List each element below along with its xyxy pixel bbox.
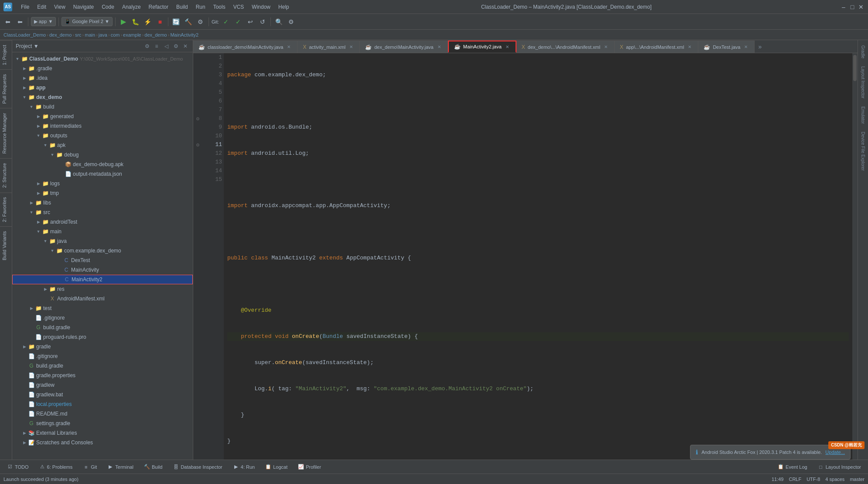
tree-item-debug[interactable]: ▼ 📁 debug (12, 150, 193, 160)
filter-icon[interactable]: ≡ (153, 42, 161, 50)
cog-icon[interactable]: ⚙ (143, 42, 151, 50)
layout-inspector-button[interactable]: □ Layout Inspector (814, 463, 865, 471)
tree-item-build-dex[interactable]: ▼ 📁 build (12, 102, 193, 112)
left-tab-project[interactable]: 1: Project (0, 40, 12, 69)
settings-button[interactable]: ⚙ (286, 17, 296, 27)
tree-item-main[interactable]: ▼ 📁 main (12, 227, 193, 236)
tree-item-mainactivity2[interactable]: ▶ C MainActivity2 (12, 275, 193, 284)
app-selector[interactable]: ▶ app ▼ (31, 17, 56, 26)
menu-view[interactable]: View (51, 2, 69, 12)
code-content[interactable]: package com.example.dex_demo; import and… (224, 53, 852, 460)
problems-button[interactable]: ⚠ 6: Problems (36, 463, 76, 471)
minimize-button[interactable]: – (840, 3, 847, 10)
tree-item-proguard[interactable]: ▶ 📄 proguard-rules.pro (12, 332, 193, 342)
tab-app-manifest[interactable]: X app\...\AndroidManifest.xml ✕ (615, 41, 698, 53)
tree-item-apk[interactable]: ▼ 📁 apk (12, 140, 193, 150)
tree-item-app[interactable]: ▶ 📁 app (12, 83, 193, 92)
tree-item-readme[interactable]: ▶ 📄 README.md (12, 409, 193, 419)
menu-edit[interactable]: Edit (34, 2, 50, 12)
left-tab-favorites[interactable]: 2: Favorites (0, 192, 12, 226)
tree-item-gradle-dir[interactable]: ▶ 📁 gradle (12, 342, 193, 351)
menu-file[interactable]: File (17, 2, 33, 12)
tab-activity-main-xml[interactable]: X activity_main.xml ✕ (297, 41, 360, 53)
tree-item-idea[interactable]: ▶ 📁 .idea (12, 73, 193, 83)
status-encoding[interactable]: UTF-8 (806, 477, 820, 482)
tree-item-scratches[interactable]: ▶ 📝 Scratches and Consoles (12, 438, 193, 447)
tree-item-test[interactable]: ▶ 📁 test (12, 303, 193, 313)
tree-item-tmp[interactable]: ▶ 📁 tmp (12, 188, 193, 198)
build-button[interactable]: 🔨 Build (140, 463, 166, 471)
event-log-button[interactable]: 📋 Event Log (774, 463, 811, 471)
tab-close-4[interactable]: ✕ (504, 44, 510, 50)
tree-item-build-gradle-app[interactable]: ▶ G build.gradle (12, 323, 193, 332)
run-button[interactable]: ▶ (118, 17, 129, 27)
menu-help[interactable]: Help (275, 2, 293, 12)
tree-item-res[interactable]: ▶ 📁 res (12, 284, 193, 294)
menu-analyze[interactable]: Analyze (119, 2, 144, 12)
right-tab-gradle[interactable]: Gradle (860, 42, 866, 62)
breadcrumb-java[interactable]: java (99, 32, 107, 37)
menu-refactor[interactable]: Refactor (145, 2, 172, 12)
breadcrumb-com[interactable]: com (111, 32, 120, 37)
close-button[interactable]: ✕ (858, 3, 865, 10)
git-button[interactable]: ≡ Git (79, 463, 100, 471)
profiler-button[interactable]: 📈 Profiler (294, 463, 325, 471)
menu-build[interactable]: Build (173, 2, 191, 12)
menu-vcs[interactable]: VCS (230, 2, 248, 12)
tree-item-external-libraries[interactable]: ▶ 📚 External Libraries (12, 428, 193, 438)
tree-item-classloader-demo[interactable]: ▼ 📁 ClassLoader_Demo Y:\002_WorkSpace\00… (12, 54, 193, 64)
breadcrumb-mainactivity2[interactable]: MainActivity2 (170, 32, 198, 37)
menu-tools[interactable]: Tools (210, 2, 229, 12)
git-rollback-button[interactable]: ↺ (257, 17, 268, 27)
logcat-button[interactable]: 📋 Logcat (262, 463, 291, 471)
run-tool-button[interactable]: ▶ 4: Run (229, 463, 258, 471)
tree-item-androidtest[interactable]: ▶ 📁 androidTest (12, 217, 193, 227)
breadcrumb-main[interactable]: main (85, 32, 95, 37)
database-inspector-button[interactable]: 🗄 Database Inspector (169, 463, 226, 471)
sync-button[interactable]: 🔄 (171, 17, 181, 27)
tree-item-mainactivity[interactable]: ▶ C MainActivity (12, 265, 193, 275)
tab-mainactivity2[interactable]: ☕ MainActivity2.java ✕ (448, 41, 516, 53)
debug-button[interactable]: 🐛 (130, 17, 141, 27)
back-icon[interactable]: ⬅ (3, 17, 13, 27)
breadcrumb-dex-demo2[interactable]: dex_demo (144, 32, 167, 37)
tab-classloader-main[interactable]: ☕ classloader_demo\MainActivity.java ✕ (193, 41, 297, 53)
tree-item-gitignore-app[interactable]: ▶ 📄 .gitignore (12, 313, 193, 323)
tree-item-java[interactable]: ▼ 📁 java (12, 236, 193, 246)
tree-item-libs[interactable]: ▶ 📁 libs (12, 198, 193, 208)
status-line-ending[interactable]: CRLF (789, 477, 801, 482)
tree-item-outputs[interactable]: ▼ 📁 outputs (12, 131, 193, 140)
stop-button[interactable]: ■ (155, 17, 165, 27)
git-push-button[interactable]: ✓ (233, 17, 243, 27)
tree-item-metadata[interactable]: ▶ 📄 output-metadata.json (12, 169, 193, 179)
editor-scrollbar[interactable] (852, 53, 858, 460)
breadcrumb-src[interactable]: src (75, 32, 82, 37)
tree-item-dextest[interactable]: ▶ C DexTest (12, 256, 193, 265)
tab-dextest[interactable]: ☕ DexTest.java ✕ (698, 41, 755, 53)
menu-window[interactable]: Window (248, 2, 274, 12)
tab-close-2[interactable]: ✕ (348, 44, 354, 50)
device-selector[interactable]: 📱 Google Pixel 2 ▼ (62, 17, 113, 26)
git-history-button[interactable]: ↩ (245, 17, 256, 27)
tree-item-com-example[interactable]: ▼ 📁 com.example.dex_demo (12, 246, 193, 256)
status-branch[interactable]: master (850, 477, 865, 482)
menu-navigate[interactable]: Navigate (70, 2, 97, 12)
tab-close-7[interactable]: ✕ (743, 44, 749, 50)
tree-item-androidmanifest-dex[interactable]: ▶ X AndroidManifest.xml (12, 294, 193, 303)
tab-dex-main[interactable]: ☕ dex_demo\MainActivity.java ✕ (360, 41, 448, 53)
rebuild-button[interactable]: ⚙ (195, 17, 206, 27)
todo-button[interactable]: ☑ TODO (3, 463, 32, 471)
tree-item-apk-file[interactable]: ▶ 📦 dex_demo-debug.apk (12, 160, 193, 169)
tree-item-local-properties[interactable]: ▶ 📄 local.properties (12, 399, 193, 409)
breadcrumb-classloader[interactable]: ClassLoader_Demo (3, 32, 46, 37)
notification-link[interactable]: Update... (825, 450, 845, 455)
tree-item-src[interactable]: ▼ 📁 src (12, 208, 193, 217)
right-tab-emulator[interactable]: Emulator (860, 103, 866, 127)
more-tabs-button[interactable]: » (755, 41, 765, 53)
tab-close-6[interactable]: ✕ (687, 44, 693, 50)
collapse-icon[interactable]: ◁ (162, 42, 170, 50)
right-tab-layout-inspector[interactable]: Layout Inspector (860, 63, 866, 102)
tab-close-3[interactable]: ✕ (436, 44, 442, 50)
tree-item-gradle[interactable]: ▶ 📁 .gradle (12, 64, 193, 73)
tab-close-1[interactable]: ✕ (286, 44, 292, 50)
